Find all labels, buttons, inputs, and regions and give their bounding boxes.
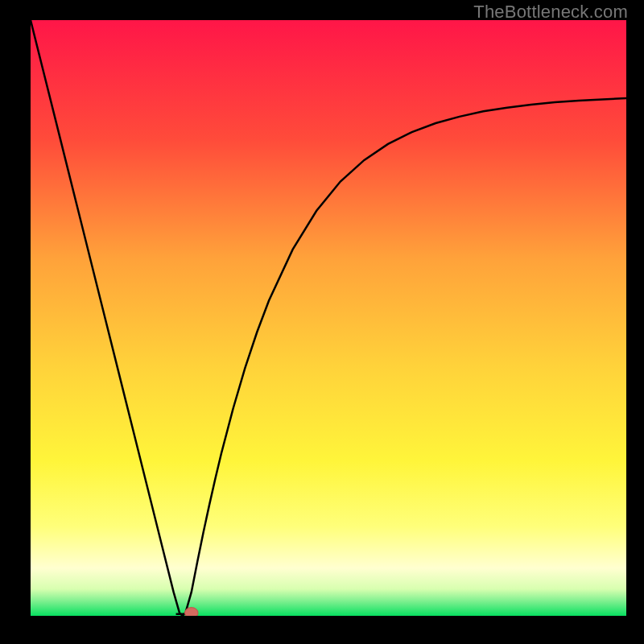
- optimal-point-marker: [185, 608, 198, 616]
- gradient-background: [31, 20, 626, 616]
- plot-svg: [31, 20, 626, 616]
- plot-area: [31, 20, 626, 616]
- chart-frame: TheBottleneck.com: [0, 0, 644, 644]
